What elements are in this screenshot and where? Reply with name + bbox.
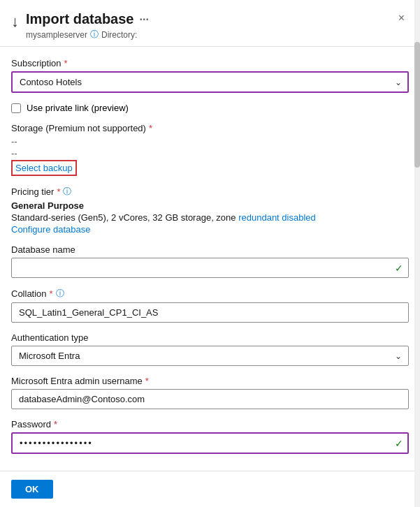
auth-type-select-wrapper: Microsoft Entra ⌄ [11,346,409,366]
scrollbar-track [414,0,420,507]
subscription-select[interactable]: Contoso Hotels [11,71,409,93]
db-name-check-icon: ✓ [395,263,403,274]
select-backup-wrapper: Select backup [11,160,409,176]
collation-input[interactable] [11,302,409,323]
db-name-group: Database name ✓ [11,244,409,278]
db-name-input[interactable] [11,258,409,278]
entra-admin-group: Microsoft Entra admin username * [11,376,409,409]
pricing-required: * [57,186,60,197]
pricing-tier-label: Pricing tier * ⓘ [11,186,409,198]
collation-group: Collation * ⓘ [11,288,409,323]
private-link-group: Use private link (preview) [11,103,409,113]
ellipsis-menu[interactable]: ··· [139,13,148,26]
configure-database-link[interactable]: Configure database [11,224,409,235]
server-name: mysampleserver [26,30,87,40]
db-name-label: Database name [11,244,409,255]
title-text: Import database [26,11,133,27]
pricing-tier-group: Pricing tier * ⓘ General Purpose Standar… [11,186,409,235]
select-backup-button[interactable]: Select backup [11,160,77,176]
storage-content: -- -- Select backup [11,136,409,176]
import-database-panel: ↓ Import database ··· mysampleserver ⓘ D… [0,0,420,507]
header-title-group: Import database ··· mysampleserver ⓘ Dir… [26,11,149,41]
pricing-title: General Purpose [11,200,409,211]
close-button[interactable]: × [394,11,409,25]
password-check-icon: ✓ [395,438,403,449]
panel-footer: OK [0,471,420,507]
auth-type-group: Authentication type Microsoft Entra ⌄ [11,332,409,366]
storage-label: Storage (Premium not supported) * [11,123,409,133]
subscription-group: Subscription * Contoso Hotels ⌄ [11,58,409,93]
password-input[interactable] [11,432,409,454]
pricing-desc-blue: redundant disabled [238,212,316,223]
pricing-info-icon[interactable]: ⓘ [63,186,71,198]
panel-body: Subscription * Contoso Hotels ⌄ Use priv… [0,47,420,471]
pricing-content: General Purpose Standard-series (Gen5), … [11,200,409,235]
password-input-wrapper: ✓ [11,432,409,454]
password-group: Password * ✓ [11,419,409,454]
password-label: Password * [11,419,409,429]
entra-admin-input-wrapper [11,389,409,409]
collation-label: Collation * ⓘ [11,288,409,300]
subscription-select-wrapper: Contoso Hotels ⌄ [11,71,409,93]
directory-label: Directory: [101,30,137,40]
storage-row-1: -- [11,136,409,147]
private-link-checkbox[interactable] [11,103,21,113]
subscription-required: * [64,58,68,68]
storage-row-2: -- [11,148,409,159]
ok-button[interactable]: OK [11,480,53,499]
storage-group: Storage (Premium not supported) * -- -- … [11,123,409,176]
private-link-label: Use private link (preview) [27,103,129,113]
auth-type-select[interactable]: Microsoft Entra [11,346,409,366]
subtitle-info-icon[interactable]: ⓘ [90,29,99,41]
entra-admin-required: * [145,376,149,386]
pricing-description: Standard-series (Gen5), 2 vCores, 32 GB … [11,212,409,223]
panel-title: Import database ··· [26,11,149,27]
entra-admin-input[interactable] [11,389,409,409]
collation-input-wrapper [11,302,409,323]
header-left: ↓ Import database ··· mysampleserver ⓘ D… [11,11,149,41]
storage-required: * [149,123,152,133]
auth-type-label: Authentication type [11,332,409,343]
entra-admin-label: Microsoft Entra admin username * [11,376,409,386]
collation-info-icon[interactable]: ⓘ [56,288,64,300]
subscription-label: Subscription * [11,58,409,68]
collation-required: * [50,288,53,299]
header-subtitle: mysampleserver ⓘ Directory: [26,29,149,41]
db-name-input-wrapper: ✓ [11,258,409,278]
scrollbar-thumb[interactable] [414,42,420,168]
panel-header: ↓ Import database ··· mysampleserver ⓘ D… [0,0,420,47]
password-required: * [54,419,57,429]
import-icon: ↓ [11,13,19,31]
